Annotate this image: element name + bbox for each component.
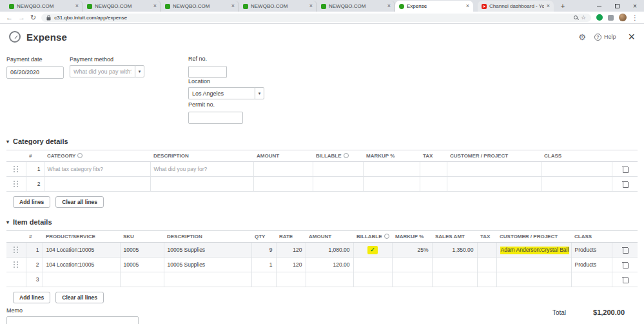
info-icon[interactable]	[384, 234, 389, 239]
markup-cell[interactable]: 25%	[392, 243, 432, 258]
extension-icon[interactable]	[596, 14, 603, 21]
chevron-down-icon[interactable]: ▾	[255, 87, 264, 99]
ref-no-input[interactable]	[188, 66, 227, 78]
markup-cell[interactable]	[392, 258, 432, 272]
browser-tab-3[interactable]: NEWQBO.COM ×	[161, 1, 239, 12]
browser-tab-1[interactable]: NEWQBO.COM ×	[5, 1, 83, 12]
tax-cell[interactable]	[477, 258, 496, 272]
markup-cell[interactable]	[363, 177, 420, 192]
location-input[interactable]	[188, 87, 255, 99]
clear-all-lines-button[interactable]: Clear all lines	[55, 196, 104, 208]
tab-close-icon[interactable]: ×	[547, 3, 550, 9]
amount-cell[interactable]: 120.00	[306, 258, 353, 272]
qty-cell[interactable]	[251, 272, 276, 287]
drag-handle[interactable]	[6, 177, 26, 192]
tab-close-icon[interactable]: ×	[231, 3, 235, 9]
delete-row-button[interactable]	[612, 162, 638, 177]
description-cell[interactable]	[164, 272, 251, 287]
drag-handle[interactable]	[6, 272, 26, 287]
sku-cell[interactable]	[120, 272, 164, 287]
amount-cell[interactable]: 1,080.00	[306, 243, 353, 258]
browser-tab-4[interactable]: NEWQBO.COM ×	[239, 1, 317, 12]
chevron-down-icon[interactable]: ▾	[135, 65, 144, 77]
customer-cell[interactable]	[447, 162, 541, 177]
browser-tab-5[interactable]: NEWQBO.COM ×	[317, 1, 395, 12]
tab-close-icon[interactable]: ×	[75, 3, 79, 9]
payment-date-input[interactable]	[6, 66, 64, 79]
sku-cell[interactable]: 10005	[120, 243, 164, 258]
add-lines-button[interactable]: Add lines	[13, 292, 50, 303]
description-cell[interactable]: 10005 Supplies	[164, 258, 251, 272]
billable-cell[interactable]	[313, 162, 363, 177]
extensions-puzzle-icon[interactable]	[608, 15, 614, 21]
tab-close-icon[interactable]: ×	[309, 3, 313, 9]
delete-row-button[interactable]	[612, 272, 638, 287]
forward-icon[interactable]: →	[18, 14, 25, 21]
class-cell[interactable]: Products	[571, 258, 612, 272]
tax-cell[interactable]	[420, 162, 447, 177]
add-lines-button[interactable]: Add lines	[13, 196, 50, 208]
billable-checkbox[interactable]	[353, 272, 392, 287]
refresh-icon[interactable]: ↻	[30, 14, 36, 21]
tax-cell[interactable]	[477, 243, 496, 258]
product-cell[interactable]: 104 Location:10005	[43, 243, 120, 258]
tab-close-icon[interactable]: ×	[387, 3, 391, 9]
billable-checkbox[interactable]: ✓	[353, 243, 392, 258]
rate-cell[interactable]: 120	[276, 243, 306, 258]
qty-cell[interactable]: 1	[251, 258, 276, 272]
help-button[interactable]: ? Help	[594, 34, 616, 41]
class-cell[interactable]	[541, 162, 612, 177]
delete-row-button[interactable]	[612, 258, 638, 272]
back-icon[interactable]: ←	[6, 14, 13, 21]
description-cell[interactable]: What did you pay for?	[150, 162, 253, 177]
tax-cell[interactable]	[420, 177, 447, 192]
new-tab-button[interactable]: +	[558, 1, 568, 11]
info-icon[interactable]	[344, 153, 349, 158]
sku-cell[interactable]: 10005	[120, 258, 164, 272]
rate-cell[interactable]	[276, 272, 306, 287]
delete-row-button[interactable]	[612, 177, 638, 192]
permit-no-input[interactable]	[188, 112, 243, 124]
tab-close-icon[interactable]: ×	[153, 3, 157, 9]
clear-all-lines-button[interactable]: Clear all lines	[55, 292, 104, 303]
markup-cell[interactable]	[363, 162, 420, 177]
browser-tab-youtube[interactable]: Channel dashboard - YouTube S ×	[478, 1, 554, 12]
description-cell[interactable]: 10005 Supplies	[164, 243, 251, 258]
tax-cell[interactable]	[477, 272, 496, 287]
product-cell[interactable]	[43, 272, 120, 287]
customer-cell[interactable]	[496, 258, 571, 272]
window-minimize-button[interactable]	[590, 0, 608, 12]
window-maximize-button[interactable]	[608, 0, 626, 12]
description-cell[interactable]	[150, 177, 253, 192]
amount-cell[interactable]	[253, 162, 313, 177]
customer-cell[interactable]: Adam Anderson:Crystal Ball	[496, 243, 571, 258]
product-cell[interactable]: 104 Location:10005	[43, 258, 120, 272]
browser-tab-active-expense[interactable]: Expense ×	[395, 1, 473, 12]
rate-cell[interactable]: 120	[276, 258, 306, 272]
drag-handle[interactable]	[6, 258, 26, 272]
close-icon[interactable]: ×	[628, 31, 635, 43]
item-details-header[interactable]: ▾ Item details	[6, 218, 644, 226]
qty-cell[interactable]: 9	[251, 243, 276, 258]
category-cell[interactable]: What tax category fits?	[44, 162, 150, 177]
sales-amt-cell[interactable]	[432, 272, 477, 287]
tab-close-icon[interactable]: ×	[466, 3, 469, 9]
category-cell[interactable]	[44, 177, 150, 192]
delete-row-button[interactable]	[612, 243, 638, 258]
sales-amt-cell[interactable]	[432, 258, 477, 272]
search-icon[interactable]	[574, 15, 578, 19]
class-cell[interactable]: Products	[571, 243, 612, 258]
class-cell[interactable]	[571, 272, 612, 287]
payment-method-input[interactable]	[70, 65, 135, 77]
browser-tab-2[interactable]: NEWQBO.COM ×	[83, 1, 161, 12]
drag-handle[interactable]	[6, 162, 26, 177]
info-icon[interactable]	[77, 153, 83, 158]
markup-cell[interactable]	[392, 272, 432, 287]
class-cell[interactable]	[541, 177, 612, 192]
sales-amt-cell[interactable]: 1,350.00	[432, 243, 477, 258]
drag-handle[interactable]	[6, 243, 26, 258]
customer-cell[interactable]	[447, 177, 541, 192]
customer-cell[interactable]	[496, 272, 571, 287]
category-details-header[interactable]: ▾ Category details	[6, 137, 644, 145]
billable-cell[interactable]	[313, 177, 363, 192]
